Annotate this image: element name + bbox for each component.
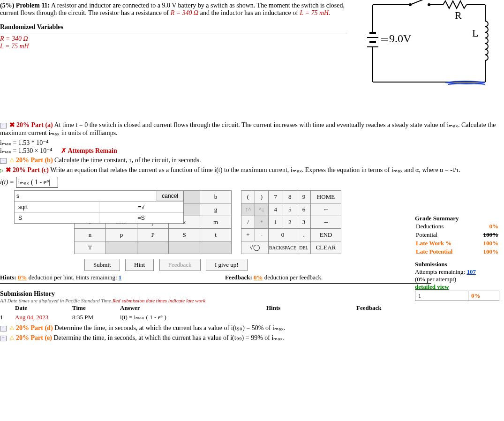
part-d-label: 20% Part (d) — [16, 324, 53, 331]
part-d-text: Determine the time, in seconds, at which… — [54, 324, 285, 331]
part-b-text: Calculate the time constant, τ, of the c… — [54, 157, 201, 164]
circuit-R-label: R — [455, 9, 462, 21]
hints-remaining-link[interactable]: 1 — [119, 274, 122, 281]
autocomplete-option[interactable]: S — [15, 212, 99, 223]
hint-button[interactable]: Hint — [125, 259, 154, 271]
keypad-key[interactable]: t — [200, 229, 232, 241]
autocomplete-search[interactable] — [15, 191, 157, 201]
part-c-label: 20% Part (c) — [13, 166, 49, 173]
keypad-key[interactable]: b — [200, 191, 232, 203]
giveup-button[interactable]: I give up! — [206, 259, 248, 271]
keypad-key[interactable]: p — [106, 229, 137, 241]
part-a-text: At time t = 0 the switch is closed and c… — [0, 121, 496, 136]
keypad-key[interactable]: P — [137, 229, 169, 241]
randomized-title: Randomized Variables — [0, 23, 354, 31]
part-e-label: 20% Part (e) — [16, 334, 52, 341]
keypad-key[interactable]: 0 — [269, 229, 297, 241]
autocomplete-cancel[interactable]: cancel — [157, 191, 183, 201]
keypad-key[interactable]: g — [200, 203, 232, 216]
keypad-key[interactable]: m — [200, 216, 232, 229]
wrong-icon: ✖ — [9, 121, 15, 128]
autocomplete-result: =√ — [99, 202, 184, 212]
play-icon: ▷ — [0, 168, 4, 173]
part-a-ans1: iₘₐₓ = 1.53 * 10⁻⁴ — [0, 139, 504, 147]
keypad-key[interactable]: S — [169, 229, 200, 241]
hints-pct-link[interactable]: 0% — [18, 274, 27, 281]
keypad-key[interactable]: . — [297, 229, 311, 241]
keypad-key[interactable]: CLEAR — [311, 241, 341, 254]
part-e-text: Determine the time, in seconds, at which… — [53, 334, 284, 341]
detailed-view-link[interactable]: detailed view — [415, 283, 499, 291]
keypad-key[interactable]: √◯ — [241, 241, 269, 254]
keypad-key[interactable]: 4 — [269, 203, 283, 216]
submit-button[interactable]: Submit — [84, 259, 120, 271]
wrong-icon: ✖ — [6, 166, 11, 173]
feedback-button: Feedback — [159, 259, 201, 271]
attempts-link[interactable]: 107 — [466, 268, 476, 275]
problem-text-2: and the inductor has an inductance of — [198, 9, 300, 16]
warn-icon: ⚠ — [9, 335, 15, 341]
part-b-label: 20% Part (b) — [16, 157, 53, 164]
problem-label: Problem 11: — [16, 2, 50, 9]
problem-weight: (5%) — [0, 2, 14, 9]
grade-summary: Grade Summary Deductions0% Potential100%… — [415, 215, 499, 301]
warn-icon: ⚠ — [9, 325, 15, 331]
keypad-key[interactable]: ( — [241, 191, 255, 203]
warn-icon: ⚠ — [9, 157, 15, 164]
keypad-key[interactable]: → — [311, 216, 341, 229]
collapse-icon[interactable] — [0, 123, 7, 128]
history-table: Date Time Answer Hints Feedback 1 Aug 04… — [0, 303, 422, 322]
keypad-key[interactable]: - — [255, 229, 269, 241]
keypad-key[interactable]: ) — [255, 191, 269, 203]
keypad-key[interactable]: * — [255, 216, 269, 229]
keypad-key[interactable]: DEL — [297, 241, 311, 254]
autocomplete-option[interactable]: sqrt — [15, 202, 99, 212]
history-row: 1 Aug 04, 2023 8:35 PM i(t) = iₘₐₓ ( 1 -… — [0, 313, 422, 322]
keypad-key[interactable]: 2 — [283, 216, 297, 229]
collapse-icon[interactable] — [0, 336, 7, 341]
keypad-key[interactable]: ← — [311, 203, 341, 216]
circuit-diagram: R L 9.0V — [354, 0, 504, 91]
circuit-V-label: 9.0V — [389, 32, 412, 45]
keypad-key[interactable]: + — [241, 229, 255, 241]
keypad-key[interactable]: n — [75, 229, 106, 241]
keypad-key[interactable]: 8 — [283, 191, 297, 203]
collapse-icon[interactable] — [0, 158, 7, 164]
keypad-key[interactable]: ^↓ — [255, 203, 269, 216]
keypad-key[interactable]: 1 — [269, 216, 283, 229]
keypad-key[interactable]: END — [311, 229, 341, 241]
keypad-key[interactable]: T — [75, 241, 106, 254]
keypad-key[interactable]: / — [241, 216, 255, 229]
collapse-icon[interactable] — [0, 326, 7, 331]
part-c-text: Write an equation that relates the curre… — [50, 166, 460, 173]
part-a-label: 20% Part (a) — [16, 121, 53, 128]
var-L: L = 75 mH — [0, 43, 354, 50]
keypad-key[interactable]: 7 — [269, 191, 283, 203]
keypad-key[interactable]: 9 — [297, 191, 311, 203]
keypad-key[interactable]: ↑^ — [241, 203, 255, 216]
keypad-key[interactable]: BACKSPACE — [269, 241, 297, 254]
answer-prefix: i(t) = — [0, 179, 16, 186]
keypad-key[interactable]: HOME — [311, 191, 341, 203]
keypad-key[interactable]: 3 — [297, 216, 311, 229]
autocomplete-result: =S — [99, 212, 184, 223]
part-a-ans2: iₘₐₓ = 1.530 × 10⁻⁴ — [0, 147, 53, 154]
keypad-key[interactable]: 5 — [283, 203, 297, 216]
feedback-pct-link[interactable]: 0% — [254, 274, 263, 281]
svg-line-2 — [410, 0, 427, 5]
problem-R: R = 340 Ω — [171, 9, 199, 16]
keypad-key[interactable]: 6 — [297, 203, 311, 216]
problem-L: L = 75 mH. — [300, 9, 330, 16]
part-a-attempts: ✗ Attempts Remain — [61, 147, 117, 154]
var-R: R = 340 Ω — [0, 35, 354, 43]
answer-input[interactable]: iₘₐₓ ( 1 - eᵃ| — [16, 177, 58, 188]
circuit-L-label: L — [472, 27, 478, 39]
